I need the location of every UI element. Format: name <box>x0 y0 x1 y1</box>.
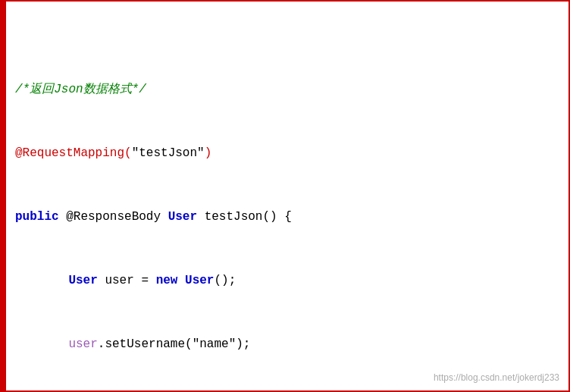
quote1: " <box>193 337 200 351</box>
annotation-text: @RequestMapping( <box>15 146 132 160</box>
code-line-comment: /*返回Json数据格式*/ <box>15 79 550 100</box>
space1: @ResponseBody <box>59 210 168 224</box>
annotation-value: testJson <box>139 146 197 160</box>
method-name: testJson() { <box>197 210 292 224</box>
method-setUsername: .setUsername( <box>98 337 193 351</box>
type-user: User <box>168 210 197 224</box>
left-border-decoration <box>2 2 6 390</box>
username-val: name <box>199 337 228 351</box>
code-line-method-sig: public @ResponseBody User testJson() { <box>15 206 550 227</box>
code-line-new-user: User user = new User(); <box>15 270 550 291</box>
plain-text2: " <box>197 146 205 160</box>
keyword-new: new <box>156 274 178 287</box>
code-block: /*返回Json数据格式*/ @RequestMapping("testJson… <box>15 15 550 392</box>
paren-close1: ); <box>236 337 250 351</box>
code-line-annotation: @RequestMapping("testJson") <box>15 143 550 164</box>
comment-text: /*返回Json数据格式*/ <box>15 83 146 96</box>
type-user-new: User <box>185 274 214 287</box>
code-line-username: user.setUsername("name"); <box>15 334 550 355</box>
var-name: user = <box>98 274 156 287</box>
type-user-var: User <box>68 274 97 287</box>
constructor-call: (); <box>214 274 236 287</box>
watermark: https://blog.csdn.net/jokerdj233 <box>434 372 559 383</box>
code-container: /*返回Json数据格式*/ @RequestMapping("testJson… <box>0 0 570 392</box>
keyword-public: public <box>15 210 59 224</box>
plain-text: " <box>132 146 139 160</box>
var-user1: user <box>68 337 97 351</box>
quote2: " <box>229 337 236 351</box>
constructor <box>177 274 185 287</box>
annotation-close: ) <box>205 146 212 160</box>
